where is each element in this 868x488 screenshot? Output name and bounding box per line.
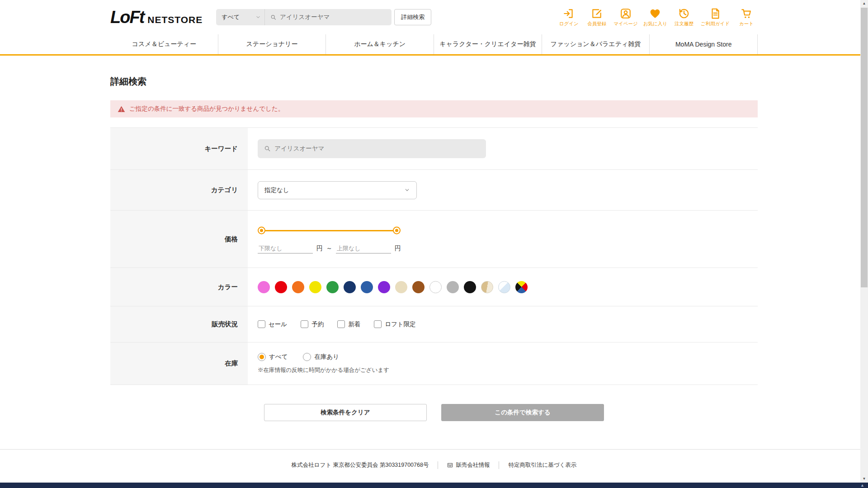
form-row-color: カラー	[110, 268, 758, 306]
taskbar-sliver: ▲	[0, 483, 868, 488]
radio-all[interactable]: すべて	[258, 353, 288, 361]
header: LoFt NETSTORE すべて 詳細検索	[0, 0, 868, 34]
order-history-button[interactable]: 注文履歴	[673, 8, 695, 27]
checkbox-icon	[374, 320, 382, 328]
radio-in-stock[interactable]: 在庫あり	[303, 353, 339, 361]
no-results-alert: ご指定の条件に一致する商品が見つかりませんでした。	[110, 100, 758, 117]
keyword-input[interactable]	[274, 145, 480, 152]
chevron-down-icon	[255, 14, 261, 20]
color-swatch-navy[interactable]	[344, 281, 356, 293]
color-swatch-multicolor[interactable]	[515, 281, 528, 293]
nav-item-home-kitchen[interactable]: ホーム＆キッチン	[326, 34, 434, 54]
heart-icon	[649, 8, 661, 19]
form-row-category: カテゴリ 指定なし	[110, 170, 758, 211]
checkbox-new[interactable]: 新着	[337, 320, 360, 328]
company-info-link[interactable]: 販売会社情報	[438, 461, 490, 469]
form-row-stock: 在庫 すべて 在庫あり ※在庫情報の反映に時間がかかる場合がございます	[110, 343, 758, 385]
slider-handle-min[interactable]	[259, 228, 264, 234]
color-swatch-yellow[interactable]	[309, 281, 321, 293]
warning-icon	[118, 105, 125, 113]
color-swatch-blue[interactable]	[361, 281, 373, 293]
nav-item-moma[interactable]: MoMA Design Store	[649, 34, 758, 54]
checkbox-new-label: 新着	[348, 320, 360, 328]
form-row-price: 価格 円 ～ 円	[110, 211, 758, 268]
color-label: カラー	[110, 268, 248, 306]
color-swatch-beige[interactable]	[395, 281, 407, 293]
color-swatch-green[interactable]	[326, 281, 339, 293]
order-history-label: 注文履歴	[675, 21, 693, 27]
page-title: 詳細検索	[110, 75, 758, 88]
chevron-down-icon	[404, 187, 410, 193]
category-select-value: 指定なし	[264, 186, 289, 194]
cart-button[interactable]: カート	[735, 8, 758, 27]
color-swatch-gray[interactable]	[447, 281, 459, 293]
color-swatch-pink[interactable]	[258, 281, 270, 293]
legal-notice-link[interactable]: 特定商取引法に基づく表示	[499, 461, 576, 469]
scrollbar-down-arrow[interactable]: ▼	[860, 475, 868, 483]
stock-note: ※在庫情報の反映に時間がかかる場合がございます	[258, 366, 758, 374]
checkbox-reserve-label: 予約	[311, 320, 324, 328]
guide-document-icon	[709, 8, 721, 19]
price-max-input[interactable]	[336, 244, 391, 253]
clear-conditions-button[interactable]: 検索条件をクリア	[264, 404, 427, 421]
page: LoFt NETSTORE すべて 詳細検索	[0, 0, 868, 483]
scrollbar-thumb[interactable]	[861, 8, 868, 287]
taskbar-show-hidden-arrow[interactable]: ▲	[860, 483, 864, 488]
mypage-label: マイページ	[613, 21, 637, 27]
radio-checked-icon	[258, 353, 266, 361]
company-info-icon	[447, 462, 453, 468]
price-inputs: 円 ～ 円	[258, 244, 758, 253]
color-swatch-clear[interactable]	[498, 281, 510, 293]
sale-status-options: セール 予約 新着 ロフト限定	[258, 320, 758, 328]
scrollbar-up-arrow[interactable]: ▲	[860, 0, 868, 7]
login-label: ログイン	[559, 21, 579, 27]
favorites-label: お気に入り	[643, 21, 667, 27]
company-info-label: 販売会社情報	[456, 461, 490, 469]
search-with-conditions-button[interactable]: この条件で検索する	[441, 404, 604, 421]
color-swatches	[258, 281, 758, 293]
category-nav: コスメ＆ビューティー ステーショナリー ホーム＆キッチン キャラクター・クリエイ…	[0, 34, 868, 56]
favorites-button[interactable]: お気に入り	[643, 8, 667, 27]
nav-item-cosme[interactable]: コスメ＆ビューティー	[110, 34, 218, 54]
color-swatch-gold[interactable]	[481, 281, 493, 293]
search-icon	[264, 145, 271, 152]
guide-button[interactable]: ご利用ガイド	[701, 8, 730, 27]
color-swatch-brown[interactable]	[412, 281, 425, 293]
register-button[interactable]: 会員登録	[585, 8, 608, 27]
nav-item-character[interactable]: キャラクター・クリエイター雑貨	[434, 34, 542, 54]
mypage-button[interactable]: マイページ	[613, 8, 637, 27]
color-swatch-orange[interactable]	[292, 281, 304, 293]
color-swatch-purple[interactable]	[378, 281, 390, 293]
checkbox-reserve[interactable]: 予約	[301, 320, 324, 328]
form-row-sale-status: 販売状況 セール 予約 新着	[110, 306, 758, 343]
color-swatch-red[interactable]	[275, 281, 287, 293]
header-detail-search-button[interactable]: 詳細検索	[394, 9, 431, 25]
alert-text: ご指定の条件に一致する商品が見つかりませんでした。	[129, 105, 284, 113]
checkbox-icon	[258, 320, 265, 328]
login-icon	[563, 8, 575, 19]
price-min-input[interactable]	[258, 244, 313, 253]
loft-logo[interactable]: LoFt NETSTORE	[110, 8, 203, 27]
search-input-wrap	[265, 14, 392, 21]
checkbox-loft-limited-label: ロフト限定	[385, 320, 415, 328]
cart-icon	[741, 8, 752, 19]
register-icon	[591, 8, 603, 19]
header-search-box: すべて	[216, 9, 392, 25]
search-category-select[interactable]: すべて	[216, 9, 265, 25]
sale-status-label: 販売状況	[110, 306, 248, 342]
header-search-input[interactable]	[280, 14, 386, 21]
nav-item-stationery[interactable]: ステーショナリー	[218, 34, 326, 54]
color-swatch-black[interactable]	[464, 281, 476, 293]
checkbox-sale[interactable]: セール	[258, 320, 287, 328]
checkbox-loft-limited[interactable]: ロフト限定	[374, 320, 415, 328]
yen-label: 円	[395, 244, 401, 253]
scrollbar[interactable]: ▲ ▼	[860, 0, 868, 483]
nav-item-fashion[interactable]: ファッション＆バラエティ雑貨	[542, 34, 650, 54]
main-content: 詳細検索 ご指定の条件に一致する商品が見つかりませんでした。 キーワード カテゴ…	[110, 56, 758, 421]
slider-handle-max[interactable]	[394, 228, 400, 234]
yen-label: 円	[316, 244, 323, 253]
category-select[interactable]: 指定なし	[258, 181, 417, 199]
radio-in-stock-label: 在庫あり	[314, 353, 339, 361]
login-button[interactable]: ログイン	[557, 8, 580, 27]
color-swatch-white[interactable]	[429, 281, 442, 293]
